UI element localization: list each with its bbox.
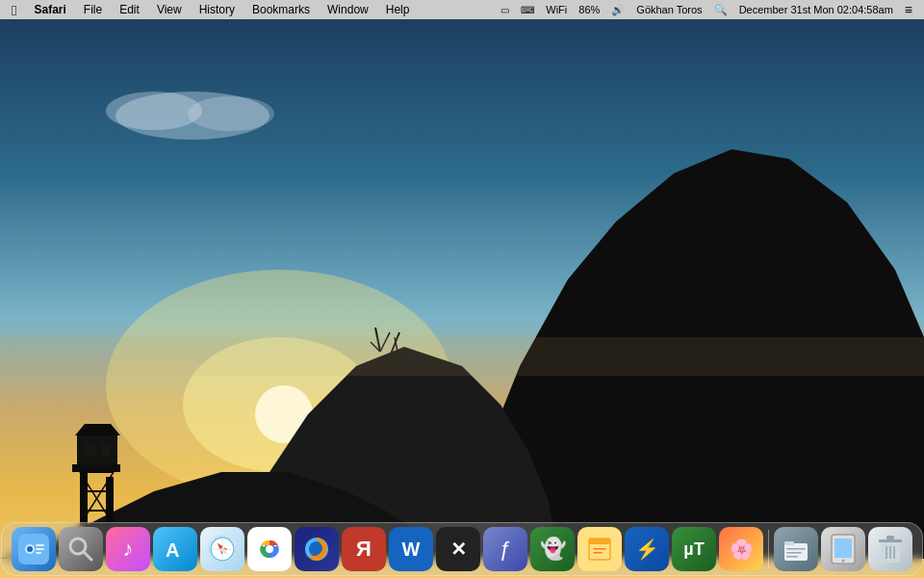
dock-chrome[interactable] <box>247 527 292 571</box>
menu-help[interactable]: Help <box>378 0 418 19</box>
svg-rect-10 <box>80 472 88 525</box>
svg-point-31 <box>27 546 33 552</box>
svg-rect-32 <box>36 544 44 546</box>
menu-edit[interactable]: Edit <box>112 0 147 19</box>
menubar:  Safari File Edit View History Bookmark… <box>0 0 924 19</box>
svg-rect-34 <box>36 552 41 554</box>
svg-rect-33 <box>36 548 44 550</box>
svg-rect-55 <box>786 548 806 550</box>
keyboard-icon[interactable]: ⌨ <box>517 5 538 15</box>
dock-itunes[interactable]: ♪ <box>106 527 150 571</box>
menu-file[interactable]: File <box>76 0 110 19</box>
svg-rect-50 <box>589 539 610 544</box>
desktop:  Safari File Edit View History Bookmark… <box>0 0 924 578</box>
dock-ipad[interactable] <box>821 527 865 571</box>
dock-trash[interactable] <box>868 527 912 571</box>
screen-mirroring-icon[interactable]: ▭ <box>497 5 513 15</box>
menu-window[interactable]: Window <box>320 0 376 19</box>
wifi-icon[interactable]: WiFi <box>542 4 571 15</box>
dock-filemanager[interactable] <box>774 527 818 571</box>
svg-rect-13 <box>77 435 117 464</box>
svg-rect-59 <box>834 539 852 558</box>
menubar-right: ▭ ⌨ WiFi 86% 🔊 Gökhan Toros 🔍 December 3… <box>497 2 924 17</box>
notification-center[interactable]: ≡ <box>901 2 916 17</box>
dock-yandex[interactable]: Я <box>342 527 386 571</box>
dock-framer[interactable]: ƒ <box>483 527 527 571</box>
svg-rect-54 <box>784 541 794 545</box>
dock-growl[interactable]: 👻 <box>530 527 575 571</box>
dock-stickies[interactable] <box>578 527 622 571</box>
dock-safari[interactable] <box>200 527 244 571</box>
svg-point-60 <box>842 560 845 563</box>
svg-rect-57 <box>786 556 798 558</box>
svg-rect-15 <box>85 443 96 457</box>
battery-status[interactable]: 86% <box>575 4 603 15</box>
dock-word[interactable]: W <box>389 527 433 571</box>
svg-rect-62 <box>879 539 902 542</box>
svg-rect-12 <box>72 464 120 472</box>
dock-firefox[interactable] <box>295 527 339 571</box>
dock-finder[interactable] <box>12 527 56 571</box>
user-account[interactable]: Gökhan Toros <box>632 4 706 15</box>
dock-photos[interactable]: 🌸 <box>719 527 763 571</box>
menu-view[interactable]: View <box>149 0 190 19</box>
svg-rect-56 <box>786 552 802 554</box>
dock-bluetooth[interactable]: ⚡ <box>625 527 669 571</box>
svg-point-5 <box>106 92 202 130</box>
dock-separator <box>768 530 769 568</box>
apple-menu[interactable]:  <box>4 0 24 19</box>
svg-rect-63 <box>886 536 894 539</box>
menubar-left:  Safari File Edit View History Bookmark… <box>0 0 497 19</box>
svg-point-6 <box>188 96 274 131</box>
menu-history[interactable]: History <box>192 0 243 19</box>
dock-appstore[interactable]: A <box>153 527 197 571</box>
svg-rect-28 <box>0 337 924 376</box>
menu-bookmarks[interactable]: Bookmarks <box>244 0 318 19</box>
spotlight-search[interactable]: 🔍 <box>710 4 732 16</box>
svg-rect-16 <box>101 443 111 457</box>
svg-point-46 <box>266 545 273 553</box>
datetime-display: December 31st Mon 02:04:58am <box>735 4 897 15</box>
svg-text:A: A <box>166 539 179 561</box>
app-name[interactable]: Safari <box>26 0 73 19</box>
desktop-wallpaper <box>0 0 924 578</box>
svg-rect-51 <box>593 548 606 550</box>
volume-control[interactable]: 🔊 <box>607 4 629 16</box>
dock: ♪ A Я W ✕ ƒ <box>1 522 923 576</box>
dock-utorrent[interactable]: µT <box>672 527 716 571</box>
svg-rect-52 <box>593 552 603 554</box>
dock-spotlight[interactable] <box>59 527 103 571</box>
dock-crossover[interactable]: ✕ <box>436 527 480 571</box>
svg-line-36 <box>84 552 91 560</box>
